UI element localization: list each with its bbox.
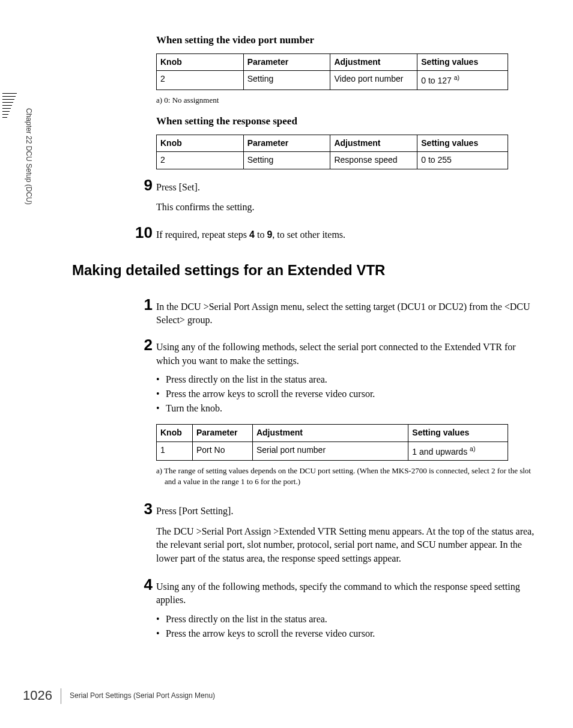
th-knob: Knob bbox=[157, 53, 244, 71]
th-adjustment: Adjustment bbox=[252, 425, 408, 442]
step-2: 2 Using any of the following methods, se… bbox=[72, 334, 535, 368]
table-header-row: Knob Parameter Adjustment Setting values bbox=[157, 53, 508, 71]
table-header-row: Knob Parameter Adjustment Setting values bbox=[157, 135, 508, 152]
step-10: 10 If required, repeat steps 4 to 9, to … bbox=[72, 222, 535, 243]
cell-setting-values: 1 and upwards a) bbox=[408, 441, 508, 460]
th-parameter: Parameter bbox=[243, 53, 330, 71]
table-row: 2 Setting Video port number 0 to 127 a) bbox=[157, 71, 508, 89]
table-video-port: Knob Parameter Adjustment Setting values… bbox=[156, 53, 508, 90]
th-knob: Knob bbox=[157, 135, 244, 152]
subheading-response-speed: When setting the response speed bbox=[156, 114, 535, 129]
step-2-bullets: Press directly on the list in the status… bbox=[156, 372, 535, 416]
list-item: Press directly on the list in the status… bbox=[156, 372, 535, 387]
step-number-3: 3 bbox=[130, 498, 153, 520]
cell-knob: 1 bbox=[157, 441, 193, 460]
cell-parameter: Setting bbox=[243, 71, 330, 89]
cell-parameter: Port No bbox=[192, 441, 252, 460]
th-setting-values: Setting values bbox=[417, 135, 508, 152]
step-number-1: 1 bbox=[130, 294, 153, 315]
cell-adjustment: Serial port number bbox=[252, 441, 408, 460]
table-row: 1 Port No Serial port number 1 and upwar… bbox=[157, 441, 508, 460]
table-header-row: Knob Parameter Adjustment Setting values bbox=[157, 425, 508, 442]
step-number-2: 2 bbox=[130, 334, 153, 356]
step-3: 3 Press [Port Setting]. bbox=[72, 498, 535, 520]
cell-setting-values: 0 to 127 a) bbox=[417, 71, 508, 89]
step-9-text: Press [Set]. bbox=[153, 181, 535, 194]
cell-setting-values: 0 to 255 bbox=[417, 152, 508, 169]
footnote-a-video: a) 0: No assignment bbox=[156, 95, 535, 106]
step-9: 9 Press [Set]. bbox=[72, 174, 535, 196]
th-setting-values: Setting values bbox=[408, 425, 508, 442]
step-4-text: Using any of the following methods, spec… bbox=[153, 580, 535, 607]
section-heading-extended-vtr: Making detailed settings for an Extended… bbox=[72, 260, 535, 281]
list-item: Turn the knob. bbox=[156, 401, 535, 416]
page-number: 1026 bbox=[23, 687, 52, 705]
cell-adjustment: Response speed bbox=[330, 152, 417, 169]
list-item: Press the arrow keys to scroll the rever… bbox=[156, 626, 535, 641]
page-footer: 1026 Serial Port Settings (Serial Port A… bbox=[23, 687, 215, 705]
step-1: 1 In the DCU >Serial Port Assign menu, s… bbox=[72, 294, 535, 327]
footer-divider bbox=[61, 688, 61, 704]
cell-knob: 2 bbox=[157, 152, 244, 169]
th-knob: Knob bbox=[157, 425, 193, 442]
list-item: Press the arrow keys to scroll the rever… bbox=[156, 387, 535, 401]
step-2-text: Using any of the following methods, sele… bbox=[153, 341, 535, 368]
page-content: When setting the video port number Knob … bbox=[72, 33, 535, 649]
table-port-no: Knob Parameter Adjustment Setting values… bbox=[156, 424, 508, 461]
table-row: 2 Setting Response speed 0 to 255 bbox=[157, 152, 508, 169]
subheading-video-port: When setting the video port number bbox=[156, 33, 535, 47]
table-response-speed: Knob Parameter Adjustment Setting values… bbox=[156, 135, 508, 169]
cell-knob: 2 bbox=[157, 71, 244, 89]
step-4-bullets: Press directly on the list in the status… bbox=[156, 612, 535, 641]
step-3-continuation: The DCU >Serial Port Assign >Extended VT… bbox=[156, 525, 535, 565]
step-3-text: Press [Port Setting]. bbox=[153, 505, 535, 518]
chapter-side-label: Chapter 22 DCU Setup (DCU) bbox=[23, 108, 35, 276]
step-1-text: In the DCU >Serial Port Assign menu, sel… bbox=[153, 300, 535, 327]
th-parameter: Parameter bbox=[243, 135, 330, 152]
step-number-10: 10 bbox=[130, 222, 153, 243]
th-adjustment: Adjustment bbox=[330, 53, 417, 71]
th-adjustment: Adjustment bbox=[330, 135, 417, 152]
cell-adjustment: Video port number bbox=[330, 71, 417, 89]
th-setting-values: Setting values bbox=[417, 53, 508, 71]
cell-parameter: Setting bbox=[243, 152, 330, 169]
step-4: 4 Using any of the following methods, sp… bbox=[72, 574, 535, 607]
step-number-4: 4 bbox=[130, 574, 153, 595]
footer-section-title: Serial Port Settings (Serial Port Assign… bbox=[70, 691, 215, 701]
th-parameter: Parameter bbox=[192, 425, 252, 442]
footnote-a-port: a) The range of setting values depends o… bbox=[156, 466, 535, 487]
side-tab-lines bbox=[0, 93, 17, 129]
list-item: Press directly on the list in the status… bbox=[156, 612, 535, 626]
step-9-continuation: This confirms the setting. bbox=[156, 201, 535, 214]
step-10-text: If required, repeat steps 4 to 9, to set… bbox=[153, 228, 535, 241]
step-number-9: 9 bbox=[130, 174, 153, 196]
